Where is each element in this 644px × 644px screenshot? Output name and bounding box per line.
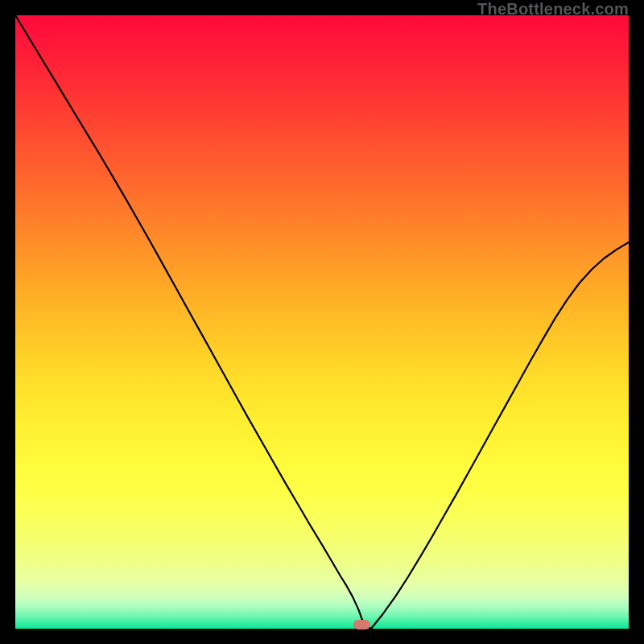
outer-frame: TheBottleneck.com — [0, 0, 644, 644]
watermark-text: TheBottleneck.com — [477, 0, 629, 19]
optimal-marker — [353, 620, 370, 630]
bottleneck-curve — [15, 15, 629, 629]
plot-area — [15, 15, 629, 629]
